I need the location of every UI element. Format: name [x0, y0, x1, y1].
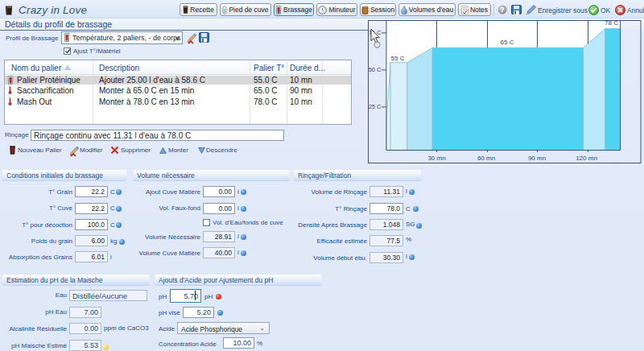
svg-text:25 C: 25 C [369, 103, 382, 110]
svg-text:30 mn: 30 mn [427, 155, 445, 162]
svg-text:60 mn: 60 mn [477, 155, 495, 162]
svg-text:?: ? [500, 6, 505, 14]
svg-text:78 C: 78 C [605, 19, 618, 27]
svg-text:120 mn: 120 mn [576, 155, 597, 162]
svg-text:90 mn: 90 mn [528, 155, 546, 162]
svg-text:55 C: 55 C [391, 55, 405, 62]
svg-text:65 C: 65 C [501, 39, 514, 46]
svg-text:50 C: 50 C [369, 66, 382, 73]
